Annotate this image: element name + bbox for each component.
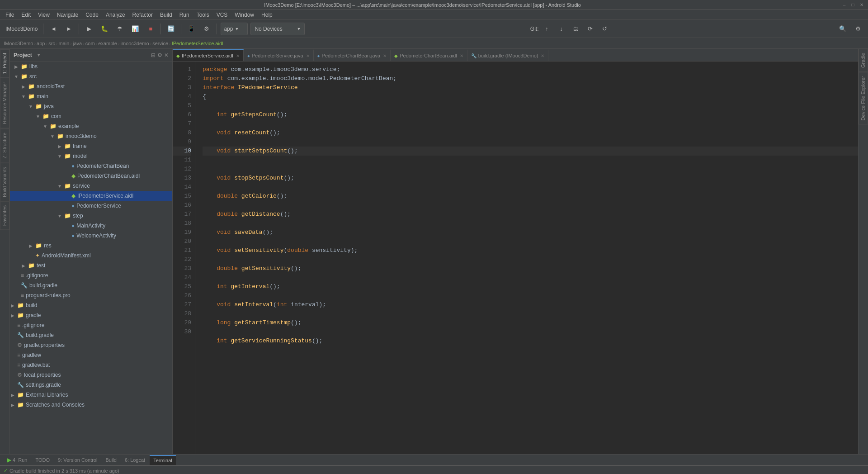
tab-close-pedometerservice[interactable]: ✕ — [306, 53, 310, 58]
tree-external-libraries[interactable]: ▶ 📁 External Libraries — [10, 390, 172, 400]
tool-tab-logcat[interactable]: 6: Logcat — [121, 455, 149, 465]
vtab-structure[interactable]: Z: Structure — [0, 128, 9, 162]
breadcrumb-imooc3demo[interactable]: IMooc3Demo — [4, 41, 33, 46]
git-update-button[interactable]: ↑ — [541, 23, 553, 35]
breadcrumb-com[interactable]: com — [85, 41, 95, 46]
menu-item-edit[interactable]: Edit — [18, 11, 34, 19]
sidebar-close[interactable]: ✕ — [164, 52, 169, 58]
tree-com[interactable]: ▼ 📁 com — [10, 111, 172, 121]
git-history-button[interactable]: ⟳ — [584, 23, 597, 35]
tree-WelcomeActivity[interactable]: ▶ ● WelcomeActivity — [10, 231, 172, 241]
tree-frame[interactable]: ▶ 📁 frame — [10, 141, 172, 151]
maximize-button[interactable]: □ — [850, 2, 856, 8]
menu-item-tools[interactable]: Tools — [193, 11, 213, 19]
tool-tab-version-control[interactable]: 9: Version Control — [54, 455, 101, 465]
tree-gradlew[interactable]: ▶ ≡ gradlew — [10, 350, 172, 360]
tab-pedometerservice-java[interactable]: ● PedometerService.java ✕ — [244, 49, 314, 61]
tab-buildgradle[interactable]: 🔧 build.gradle (IMooc3Demo) ✕ — [467, 49, 549, 61]
tree-build[interactable]: ▶ 📁 build — [10, 300, 172, 310]
tab-pedometerchartbean-java[interactable]: ● PedometerChartBean.java ✕ — [314, 49, 391, 61]
breadcrumb-imooc3demo2[interactable]: imooc3demo — [121, 41, 149, 46]
run-button[interactable]: ▶ — [83, 23, 95, 35]
vtab-project[interactable]: 1: Project — [0, 49, 9, 78]
tree-settingsgradle[interactable]: ▶ 🔧 settings.gradle — [10, 380, 172, 390]
tree-gradle[interactable]: ▶ 📁 gradle — [10, 310, 172, 320]
tab-pedometerchartbean-aidl[interactable]: ◆ PedometerChartBean.aidl ✕ — [391, 49, 467, 61]
tree-localproperties[interactable]: ▶ ⚙ local.properties — [10, 370, 172, 380]
forward-button[interactable]: ► — [62, 23, 75, 35]
tree-buildgradle1[interactable]: ▶ 🔧 build.gradle — [10, 280, 172, 290]
sidebar-dropdown-arrow[interactable]: ▼ — [37, 52, 41, 57]
tree-androidtest[interactable]: ▶ 📁 androidTest — [10, 81, 172, 91]
tree-gradleproperties[interactable]: ▶ ⚙ gradle.properties — [10, 340, 172, 350]
tree-example[interactable]: ▼ 📁 example — [10, 121, 172, 131]
profile-button[interactable]: 📊 — [129, 23, 142, 35]
tree-java[interactable]: ▼ 📁 java — [10, 101, 172, 111]
sidebar-settings[interactable]: ⚙ — [157, 52, 162, 58]
back-button[interactable]: ◄ — [47, 23, 60, 35]
code-content[interactable]: package com.example.imooc3demo.service; … — [195, 62, 858, 454]
sync-button[interactable]: 🔄 — [165, 23, 177, 35]
tree-src[interactable]: ▼ 📁 src — [10, 71, 172, 81]
tree-PedometerService-java[interactable]: ▶ ● PedometerService — [10, 201, 172, 211]
menu-item-navigate[interactable]: Navigate — [53, 11, 82, 19]
tree-scratches[interactable]: ▶ 📁 Scratches and Consoles — [10, 400, 172, 410]
vtab-favorites[interactable]: Favorites — [0, 201, 9, 230]
tree-proguard[interactable]: ▶ ≡ proguard-rules.pro — [10, 290, 172, 300]
tree-androidmanifest[interactable]: ▶ ✦ AndroidManifest.xml — [10, 251, 172, 261]
menu-item-vcs[interactable]: VCS — [213, 11, 231, 19]
tree-test[interactable]: ▶ 📁 test — [10, 261, 172, 270]
menu-item-help[interactable]: Help — [258, 11, 276, 19]
tree-libs[interactable]: ▶ 📁 libs — [10, 62, 172, 71]
tree-service[interactable]: ▼ 📁 service — [10, 181, 172, 191]
tab-close-ipedometerservice[interactable]: ✕ — [236, 53, 240, 58]
git-revert-button[interactable]: ↺ — [599, 23, 611, 35]
tree-model[interactable]: ▼ 📁 model — [10, 151, 172, 161]
vtab-device-file-explorer[interactable]: Device File Explorer — [859, 72, 868, 124]
settings-button[interactable]: ⚙ — [852, 23, 864, 35]
git-push-button[interactable]: ↓ — [555, 23, 568, 35]
breadcrumb-service[interactable]: service — [152, 41, 168, 46]
tree-gradlewbat[interactable]: ▶ ≡ gradlew.bat — [10, 360, 172, 370]
code-editor[interactable]: 1 2 3 4 5 6 7 8 9 10 11 12 13 14 15 16 1… — [173, 62, 858, 454]
tool-tab-run[interactable]: ▶ 4: Run — [4, 455, 31, 465]
breadcrumb-src[interactable]: src — [48, 41, 55, 46]
tab-close-buildgradle[interactable]: ✕ — [541, 53, 544, 58]
tab-close-pedometerchartbean-java[interactable]: ✕ — [383, 53, 387, 58]
vtab-gradle[interactable]: Gradle — [859, 49, 868, 72]
tab-ipedometerservice-aidl[interactable]: ◆ IPedometerService.aidl ✕ — [173, 49, 244, 61]
git-stash-button[interactable]: 🗂 — [570, 23, 582, 35]
tree-gitignore1[interactable]: ▶ ≡ .gitignore — [10, 270, 172, 280]
app-selector[interactable]: app ▼ — [221, 23, 248, 35]
tree-step[interactable]: ▼ 📁 step — [10, 211, 172, 221]
breadcrumb-main[interactable]: main — [58, 41, 69, 46]
tool-tab-terminal[interactable]: Terminal — [150, 455, 176, 465]
breadcrumb-file[interactable]: IPedometerService.aidl — [172, 41, 223, 46]
avd-manager-button[interactable]: 📱 — [185, 23, 198, 35]
sidebar-collapse-all[interactable]: ⊟ — [151, 52, 156, 58]
vtab-build-variants[interactable]: Build Variants — [0, 163, 9, 201]
breadcrumb-java[interactable]: java — [73, 41, 82, 46]
close-button[interactable]: ✕ — [859, 2, 864, 8]
debug-button[interactable]: 🐛 — [98, 23, 111, 35]
tree-PedometerChartBean-aidl[interactable]: ▶ ◆ PedometerChartBean.aidl — [10, 171, 172, 181]
sdk-manager-button[interactable]: ⚙ — [200, 23, 213, 35]
tool-tab-build[interactable]: Build — [102, 455, 120, 465]
breadcrumb-example[interactable]: example — [98, 41, 117, 46]
menu-item-code[interactable]: Code — [82, 11, 102, 19]
tree-imooc3demo[interactable]: ▼ 📁 imooc3demo — [10, 131, 172, 141]
menu-item-refactor[interactable]: Refactor — [129, 11, 156, 19]
tab-close-pedometerchartbean-aidl[interactable]: ✕ — [460, 53, 463, 58]
tree-PedometerChartBean-java[interactable]: ▶ ● PedometerChartBean — [10, 161, 172, 171]
coverage-button[interactable]: ☂ — [113, 23, 126, 35]
vtab-resource-manager[interactable]: Resource Manager — [0, 78, 9, 128]
tree-buildgradle2[interactable]: ▶ 🔧 build.gradle — [10, 330, 172, 340]
tree-MainActivity[interactable]: ▶ ● MainActivity — [10, 221, 172, 231]
menu-item-window[interactable]: Window — [231, 11, 258, 19]
breadcrumb-app[interactable]: app — [37, 41, 45, 46]
menu-item-run[interactable]: Run — [176, 11, 193, 19]
minimize-button[interactable]: – — [841, 2, 847, 8]
tree-IPedometerService-aidl[interactable]: ▶ ◆ IPedometerService.aidl — [10, 191, 172, 201]
tool-tab-todo[interactable]: TODO — [32, 455, 53, 465]
no-devices-selector[interactable]: No Devices ▼ — [250, 23, 305, 35]
